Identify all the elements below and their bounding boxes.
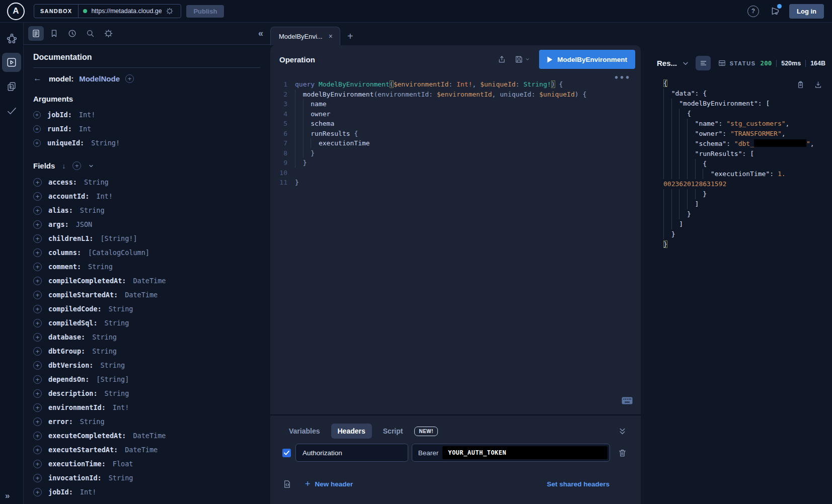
field-type[interactable]: String (88, 263, 113, 271)
add-to-query-icon[interactable]: + (33, 139, 41, 147)
checklist-icon[interactable] (2, 101, 21, 120)
field-name[interactable]: database: (48, 333, 85, 341)
field-type[interactable]: Int! (113, 403, 129, 411)
add-to-query-icon[interactable]: + (33, 234, 42, 243)
field-name[interactable]: compiledCode: (48, 305, 102, 313)
raw-view-toggle-icon[interactable] (696, 56, 711, 70)
field-name[interactable]: childrenL1: (48, 234, 93, 242)
doc-field-row[interactable]: +jobId:Int! (33, 485, 260, 499)
header-enabled-checkbox[interactable] (282, 449, 291, 457)
field-name[interactable]: access: (48, 178, 77, 186)
saved-operations-bookmark-icon[interactable] (46, 26, 62, 41)
field-name[interactable]: accountId: (48, 192, 89, 200)
field-type[interactable]: String (105, 319, 129, 327)
doc-field-row[interactable]: +compileCompletedAt:DateTime (33, 274, 260, 288)
publish-button[interactable]: Publish (186, 5, 224, 18)
header-key-input[interactable]: Authorization (295, 444, 408, 462)
doc-field-row[interactable]: +executionTime:Float (33, 457, 260, 471)
set-shared-headers-link[interactable]: Set shared headers (547, 480, 610, 488)
field-type[interactable]: String! (91, 139, 120, 147)
doc-field-row[interactable]: +comment:String (33, 260, 260, 274)
doc-field-row[interactable]: +columns:[CatalogColumn] (33, 245, 260, 260)
doc-field-row[interactable]: +executeStartedAt:DateTime (33, 443, 260, 457)
field-name[interactable]: jobId: (48, 488, 73, 496)
field-name[interactable]: dbtGroup: (48, 347, 85, 355)
add-to-query-icon[interactable]: + (33, 389, 42, 398)
doc-field-row[interactable]: +access:String (33, 175, 260, 189)
announcements-megaphone-icon[interactable] (769, 6, 780, 17)
add-to-query-icon[interactable]: + (33, 178, 42, 187)
field-name[interactable]: dbtVersion: (48, 361, 93, 369)
field-type[interactable]: DateTime (133, 432, 166, 440)
add-to-query-icon[interactable]: + (33, 263, 42, 271)
documentation-tab-icon[interactable] (28, 26, 44, 41)
header-value-input[interactable]: Bearer YOUR_AUTH_TOKEN (412, 444, 610, 462)
new-header-button[interactable]: + New header (305, 479, 353, 489)
add-to-query-icon[interactable]: + (33, 488, 42, 496)
doc-field-row[interactable]: +accountId:Int! (33, 189, 260, 203)
add-to-query-icon[interactable]: + (33, 361, 42, 370)
add-to-query-icon[interactable]: + (33, 305, 42, 313)
field-type[interactable]: String (100, 361, 125, 369)
field-name[interactable]: executionTime: (48, 460, 106, 468)
doc-field-row[interactable]: +args:JSON (33, 217, 260, 231)
doc-field-row[interactable]: +description:String (33, 386, 260, 400)
collapse-panel-icon[interactable]: « (258, 28, 263, 39)
operation-tab[interactable]: ModelByEnvi... × (270, 27, 340, 45)
add-to-query-icon[interactable]: + (33, 446, 42, 454)
copy-response-icon[interactable] (796, 80, 805, 89)
doc-field-row[interactable]: +dependsOn:[String] (33, 372, 260, 386)
close-tab-icon[interactable]: × (329, 32, 333, 40)
field-type[interactable]: Int (79, 125, 91, 133)
field-name[interactable]: uniqueId: (47, 139, 84, 147)
add-to-query-icon[interactable]: + (33, 474, 42, 482)
environment-variables-icon[interactable] (282, 479, 292, 489)
doc-field-row[interactable]: +compileStartedAt:DateTime (33, 288, 260, 302)
field-type[interactable]: String (109, 305, 133, 313)
field-name[interactable]: runId: (47, 125, 72, 133)
field-type[interactable]: Int! (96, 192, 113, 200)
field-name[interactable]: comment: (48, 263, 81, 271)
run-operation-button[interactable]: ModelByEnvironment (539, 50, 635, 69)
add-to-query-icon[interactable]: + (33, 206, 42, 215)
schema-graph-icon[interactable] (2, 29, 21, 48)
sort-fields-icon[interactable]: ↓ (62, 162, 65, 170)
field-name[interactable]: alias: (48, 206, 73, 214)
new-tab-button[interactable]: + (347, 31, 353, 41)
doc-field-row[interactable]: +compiledCode:String (33, 302, 260, 316)
doc-field-row[interactable]: +childrenL1:[String!] (33, 231, 260, 245)
field-type[interactable]: String (105, 389, 129, 397)
field-type[interactable]: String (92, 347, 117, 355)
add-to-query-icon[interactable]: + (33, 125, 41, 133)
doc-field-row[interactable]: +error:String (33, 414, 260, 429)
tab-variables[interactable]: Variables (282, 424, 327, 439)
connection-settings-gear-icon[interactable] (166, 7, 174, 15)
field-name[interactable]: description: (48, 389, 98, 397)
add-to-query-icon[interactable]: + (33, 403, 42, 412)
delete-header-icon[interactable] (616, 447, 629, 459)
save-operation-icon[interactable] (510, 53, 534, 66)
doc-field-row[interactable]: +database:String (33, 330, 260, 344)
doc-field-row[interactable]: +alias:String (33, 203, 260, 217)
response-dropdown-chevron-icon[interactable] (682, 60, 689, 67)
add-fields-button[interactable]: + (72, 161, 81, 170)
field-type[interactable]: [CatalogColumn] (88, 248, 149, 257)
download-response-icon[interactable] (814, 80, 822, 89)
collapse-footer-icon[interactable] (618, 427, 629, 436)
field-name[interactable]: compiledSql: (48, 319, 98, 327)
field-type[interactable]: Int! (80, 488, 97, 496)
add-all-fields-button[interactable]: + (125, 74, 134, 83)
add-to-query-icon[interactable]: + (33, 432, 42, 440)
field-name[interactable]: environmentId: (48, 403, 106, 411)
history-icon[interactable] (64, 26, 80, 41)
doc-field-row[interactable]: +dbtVersion:String (33, 358, 260, 372)
tab-script[interactable]: Script (376, 424, 410, 439)
field-name[interactable]: invocationId: (48, 474, 102, 482)
add-to-query-icon[interactable]: + (33, 248, 42, 257)
field-name[interactable]: jobId: (47, 111, 72, 119)
field-type[interactable]: String (80, 206, 105, 214)
field-name[interactable]: dependsOn: (48, 375, 89, 383)
save-dropdown-chevron-icon[interactable] (525, 57, 530, 62)
login-button[interactable]: Log in (789, 4, 824, 19)
add-to-query-icon[interactable]: + (33, 375, 42, 384)
